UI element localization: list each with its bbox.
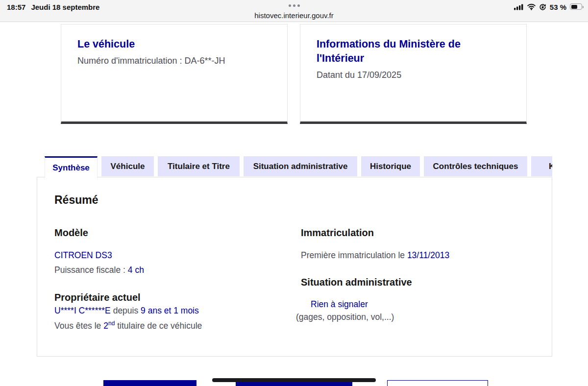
home-indicator[interactable] bbox=[212, 378, 376, 382]
proprietaire-heading: Propriétaire actuel bbox=[54, 292, 141, 303]
tab-historique[interactable]: Historique bbox=[361, 156, 420, 176]
owner-depuis: depuis bbox=[111, 306, 141, 315]
owner-line: U****I C******E depuis 9 ans et 1 mois bbox=[54, 305, 199, 316]
rien-a-signaler-link[interactable]: Rien à signaler bbox=[311, 299, 368, 309]
vehicle-card: Le véhicule Numéro d'immatriculation : D… bbox=[61, 24, 288, 124]
owner-duration: 9 ans et 1 mois bbox=[141, 306, 199, 315]
url-text[interactable]: histovec.interieur.gouv.fr bbox=[0, 11, 588, 20]
tab-vehicule[interactable]: Véhicule bbox=[101, 156, 154, 176]
titulaire-ordinal-sup: nd bbox=[108, 320, 115, 327]
vehicle-card-plate: Numéro d'immatriculation : DA-6**-JH bbox=[77, 56, 271, 66]
tab-bar: Synthèse Véhicule Titulaire et Titre Sit… bbox=[37, 156, 552, 179]
premiere-label: Première immatriculation le bbox=[301, 250, 407, 260]
puissance-fiscale-line: Puissance fiscale : 4 ch bbox=[54, 265, 144, 275]
battery-icon bbox=[570, 3, 582, 10]
titulaire-line: Vous êtes le 2nd titulaire de ce véhicul… bbox=[54, 318, 202, 331]
battery-percentage: 53 % bbox=[550, 3, 566, 11]
situation-heading: Situation administrative bbox=[301, 277, 412, 288]
ministry-info-card-title: Informations du Ministère de l'Intérieur bbox=[317, 37, 510, 66]
wifi-icon bbox=[527, 3, 536, 10]
statusbar-right: 53 % bbox=[514, 0, 582, 25]
titulaire-ordinal: 2 bbox=[103, 321, 108, 331]
puissance-label: Puissance fiscale : bbox=[54, 265, 128, 275]
immatriculation-heading: Immatriculation bbox=[301, 227, 374, 239]
owner-masked-name: U****I C******E bbox=[54, 306, 111, 315]
more-dots-icon[interactable] bbox=[0, 4, 588, 7]
tab-situation-administrative[interactable]: Situation administrative bbox=[244, 156, 357, 176]
titulaire-suffix: titulaire de ce véhicule bbox=[115, 321, 202, 331]
tab-titulaire-et-titre[interactable]: Titulaire et Titre bbox=[158, 156, 240, 176]
model-link[interactable]: CITROEN DS3 bbox=[54, 250, 112, 260]
premiere-date: 13/11/2013 bbox=[407, 250, 449, 260]
vehicle-card-title: Le véhicule bbox=[77, 37, 271, 51]
tab-kilometrage[interactable]: Kilométrage bbox=[531, 156, 552, 176]
panel-title: Résumé bbox=[54, 193, 98, 207]
bottom-action-button-outline[interactable] bbox=[387, 380, 488, 386]
bottom-action-button-left[interactable] bbox=[103, 380, 196, 386]
situation-note: (gages, opposition, vol,...) bbox=[296, 312, 394, 322]
tab-controles-techniques[interactable]: Contrôles techniques bbox=[424, 156, 527, 176]
rotation-lock-icon bbox=[539, 3, 546, 11]
ministry-info-card: Informations du Ministère de l'Intérieur… bbox=[300, 24, 527, 124]
puissance-value: 4 ch bbox=[128, 265, 144, 275]
ministry-info-card-date: Datant du 17/09/2025 bbox=[317, 70, 510, 80]
modele-heading: Modèle bbox=[54, 227, 88, 239]
titulaire-prefix: Vous êtes le bbox=[54, 321, 103, 331]
synthese-panel: Résumé Modèle CITROEN DS3 Puissance fisc… bbox=[37, 177, 552, 357]
premiere-immatriculation-line: Première immatriculation le 13/11/2013 bbox=[301, 250, 449, 261]
tab-synthese[interactable]: Synthèse bbox=[45, 156, 98, 178]
cellular-signal-icon bbox=[514, 3, 524, 10]
status-bar: 18:57Jeudi 18 septembre histovec.interie… bbox=[0, 0, 588, 22]
